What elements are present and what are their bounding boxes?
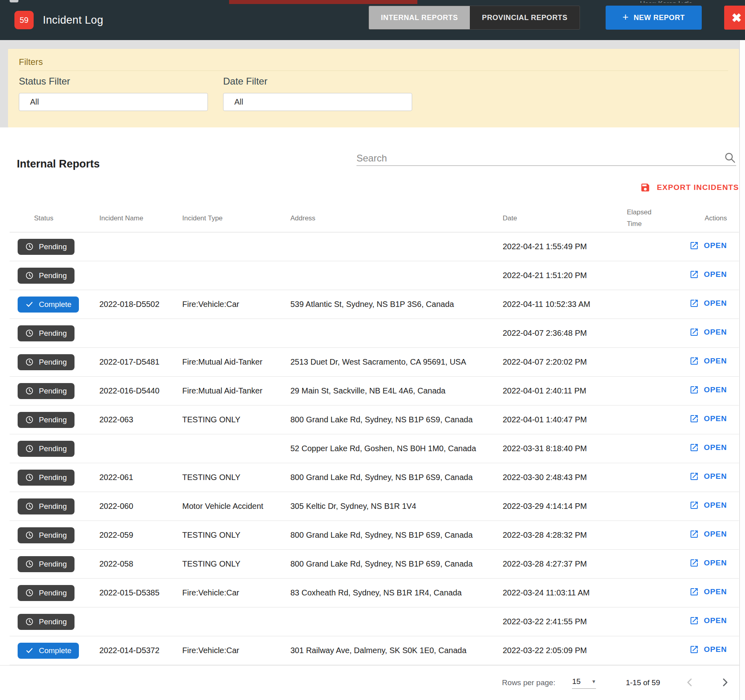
search-input[interactable] xyxy=(356,153,701,164)
address-cell: 800 Grand Lake Rd, Sydney, NS B1P 6S9, C… xyxy=(290,559,503,569)
clock-icon xyxy=(25,416,34,424)
open-link-label: OPEN xyxy=(704,530,727,539)
date-cell: 2022-04-01 1:40:47 PM xyxy=(503,415,627,424)
address-cell: 83 Coxheath Rd, Sydney, NS B1R 1R4, Cana… xyxy=(290,588,503,597)
open-button[interactable]: OPEN xyxy=(689,356,727,366)
scrollbar[interactable] xyxy=(739,40,745,700)
open-in-new-icon xyxy=(689,299,699,308)
open-button[interactable]: OPEN xyxy=(689,270,727,279)
chevron-right-icon xyxy=(719,677,731,688)
address-cell: 29 Main St, Sackville, NB E4L 4A6, Canad… xyxy=(290,386,503,395)
background-page-corner xyxy=(10,0,18,2)
internal-reports-section: Internal Reports EXPORT INCIDENTS Status… xyxy=(0,127,739,700)
open-button[interactable]: OPEN xyxy=(689,558,727,568)
filters-panel: Filters Status Filter All Date Filter Al… xyxy=(8,49,739,127)
open-button[interactable]: OPEN xyxy=(689,645,727,654)
status-badge: Pending xyxy=(18,556,74,572)
open-in-new-icon xyxy=(689,414,699,424)
date-cell: 2022-03-29 4:14:14 PM xyxy=(503,502,627,511)
incident-type-cell: TESTING ONLY xyxy=(182,559,290,569)
open-in-new-icon xyxy=(689,645,699,654)
incident-name-cell: 2022-060 xyxy=(99,502,182,511)
table-row: Pending 2022-061 TESTING ONLY 800 Grand … xyxy=(10,463,739,492)
incident-type-cell: TESTING ONLY xyxy=(182,415,290,424)
open-link-label: OPEN xyxy=(704,328,727,337)
tab-provincial-reports[interactable]: PROVINCIAL REPORTS xyxy=(470,6,580,29)
open-in-new-icon xyxy=(689,558,699,568)
clock-icon xyxy=(25,473,34,482)
rows-per-page-select[interactable]: 15 ▼ xyxy=(572,677,596,689)
column-header-date: Date xyxy=(503,214,627,222)
clock-icon xyxy=(25,444,34,453)
table-row: Pending 2022-016-D5440 Fire:Mutual Aid-T… xyxy=(10,377,739,405)
open-button[interactable]: OPEN xyxy=(689,472,727,481)
table-footer: Rows per page: 15 ▼ 1-15 of 59 xyxy=(0,665,739,700)
section-heading: Internal Reports xyxy=(17,158,100,170)
next-page-button[interactable] xyxy=(719,677,731,689)
close-button[interactable]: ✖ xyxy=(724,6,745,30)
incident-name-cell: 2022-015-D5385 xyxy=(99,588,182,597)
open-in-new-icon xyxy=(689,443,699,452)
open-button[interactable]: OPEN xyxy=(689,414,727,424)
incident-name-cell: 2022-014-D5372 xyxy=(99,646,182,655)
incident-count-badge: 59 xyxy=(14,11,34,29)
open-link-label: OPEN xyxy=(704,587,727,596)
status-badge: Pending xyxy=(18,527,74,543)
open-link-label: OPEN xyxy=(704,299,727,308)
clock-icon xyxy=(25,531,34,539)
open-link-label: OPEN xyxy=(704,270,727,279)
filters-title: Filters xyxy=(19,57,728,71)
open-button[interactable]: OPEN xyxy=(689,299,727,308)
clock-icon xyxy=(25,242,34,251)
incident-name-cell: 2022-017-D5481 xyxy=(99,357,182,367)
export-incidents-button[interactable]: EXPORT INCIDENTS xyxy=(640,180,739,195)
tab-internal-reports[interactable]: INTERNAL REPORTS xyxy=(369,6,470,29)
status-badge: Pending xyxy=(18,325,74,341)
date-cell: 2022-04-07 2:36:48 PM xyxy=(503,329,627,338)
status-filter-select[interactable]: All xyxy=(19,93,208,111)
address-cell: 305 Keltic Dr, Sydney, NS B1R 1V4 xyxy=(290,502,503,511)
status-label: Pending xyxy=(39,358,67,367)
status-label: Pending xyxy=(39,502,67,511)
check-icon xyxy=(25,300,34,309)
address-cell: 52 Copper Lake Rd, Goshen, NS B0H 1M0, C… xyxy=(290,444,503,453)
open-button[interactable]: OPEN xyxy=(689,385,727,395)
open-button[interactable]: OPEN xyxy=(689,241,727,250)
open-button[interactable]: OPEN xyxy=(689,529,727,539)
open-in-new-icon xyxy=(689,529,699,539)
open-button[interactable]: OPEN xyxy=(689,500,727,510)
open-button[interactable]: OPEN xyxy=(689,327,727,337)
open-button[interactable]: OPEN xyxy=(689,587,727,597)
modal-header: User: Karen Lytle 59 Incident Log INTERN… xyxy=(0,0,745,40)
date-cell: 2022-03-31 8:18:40 PM xyxy=(503,444,627,453)
check-icon xyxy=(25,646,34,655)
address-cell: 800 Grand Lake Rd, Sydney, NS B1P 6S9, C… xyxy=(290,473,503,482)
incident-type-cell: Fire:Vehicle:Car xyxy=(182,300,290,309)
open-button[interactable]: OPEN xyxy=(689,443,727,452)
open-link-label: OPEN xyxy=(704,645,727,654)
open-button[interactable]: OPEN xyxy=(689,616,727,625)
prev-page-button[interactable] xyxy=(684,677,695,689)
table-body: Pending 2022-04-21 1:55:49 PM OPEN xyxy=(10,232,739,665)
incident-type-cell: Fire:Mutual Aid-Tanker xyxy=(182,386,290,395)
address-cell: 539 Atlantic St, Sydney, NS B1P 3S6, Can… xyxy=(290,300,503,309)
clock-icon xyxy=(25,589,34,597)
status-label: Pending xyxy=(39,387,67,395)
new-report-button[interactable]: + NEW REPORT xyxy=(606,6,702,30)
status-badge: Pending xyxy=(18,383,74,399)
date-cell: 2022-04-07 2:20:02 PM xyxy=(503,357,627,367)
search-field xyxy=(356,148,736,166)
pagination-range-label: 1-15 of 59 xyxy=(626,678,660,687)
clock-icon xyxy=(25,502,34,510)
incident-name-cell: 2022-063 xyxy=(99,415,182,424)
date-filter-select[interactable]: All xyxy=(223,93,412,111)
open-in-new-icon xyxy=(689,587,699,597)
status-label: Pending xyxy=(39,242,67,251)
open-link-label: OPEN xyxy=(704,443,727,452)
status-label: Pending xyxy=(39,560,67,569)
table-row: Pending 2022-060 Motor Vehicle Accident … xyxy=(10,492,739,521)
page-title: Incident Log xyxy=(43,0,103,40)
incident-type-cell: TESTING ONLY xyxy=(182,473,290,482)
open-link-label: OPEN xyxy=(704,241,727,250)
table-row: Pending 2022-063 TESTING ONLY 800 Grand … xyxy=(10,405,739,434)
